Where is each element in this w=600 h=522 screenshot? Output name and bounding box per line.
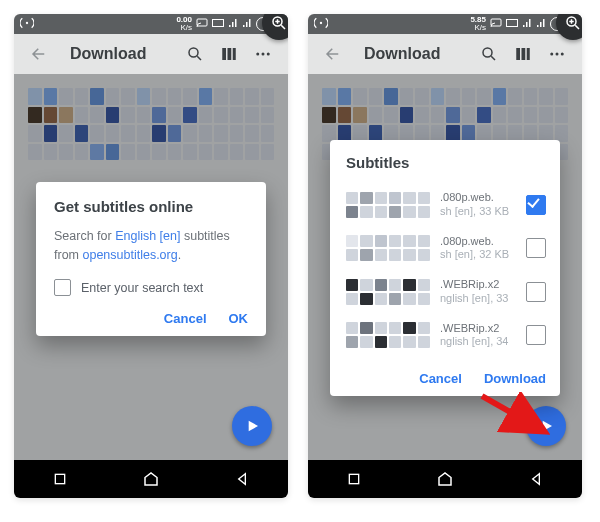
play-fab[interactable]	[526, 406, 566, 446]
svg-rect-4	[222, 48, 226, 60]
search-icon[interactable]	[184, 43, 206, 65]
svg-point-12	[320, 22, 322, 24]
hd-icon	[212, 18, 224, 30]
android-navbar	[14, 460, 288, 498]
dialog-body: Search for English [en] subtitles from o…	[54, 227, 248, 265]
svg-point-3	[189, 48, 198, 57]
net-speed: 0.00 K/s	[176, 16, 192, 32]
subtitle-checkbox[interactable]	[526, 282, 546, 302]
subtitle-item[interactable]: .WEBRip.x2 nglish [en], 34	[346, 314, 546, 358]
svg-rect-16	[516, 48, 520, 60]
ok-button[interactable]: OK	[229, 311, 249, 326]
dialog-subtitles: Subtitles .080p.web. sh [en], 33 KB	[330, 140, 560, 396]
subtitle-info: nglish [en], 33	[440, 292, 516, 306]
stage: 0.00 K/s 81 Download	[0, 0, 600, 522]
cast-icon	[490, 18, 502, 30]
svg-point-0	[26, 22, 28, 24]
svg-rect-10	[55, 474, 64, 483]
nav-recent[interactable]	[30, 467, 90, 491]
svg-rect-1	[197, 19, 207, 26]
dialog-title: Get subtitles online	[54, 198, 248, 215]
subtitle-preview	[346, 279, 430, 305]
download-button[interactable]: Download	[484, 371, 546, 386]
subtitle-list: .080p.web. sh [en], 33 KB .080p.web. sh …	[346, 183, 546, 357]
columns-icon[interactable]	[512, 43, 534, 65]
subtitle-checkbox[interactable]	[526, 325, 546, 345]
subtitle-name: .WEBRip.x2	[440, 278, 516, 292]
broadcast-icon	[20, 17, 34, 31]
svg-rect-22	[349, 474, 358, 483]
status-bar: 5.85 K/s 81	[308, 14, 582, 34]
signal-icon	[242, 18, 252, 30]
subtitle-preview	[346, 192, 430, 218]
subtitle-info: sh [en], 33 KB	[440, 205, 516, 219]
subtitle-name: .080p.web.	[440, 235, 516, 249]
nav-home[interactable]	[415, 467, 475, 491]
dialog-title: Subtitles	[346, 154, 546, 171]
subtitle-name: .080p.web.	[440, 191, 516, 205]
subtitle-preview	[346, 235, 430, 261]
svg-point-19	[550, 53, 553, 56]
app-header: Download	[14, 34, 288, 74]
subtitle-preview	[346, 322, 430, 348]
svg-rect-17	[522, 48, 526, 60]
subtitle-item[interactable]: .080p.web. sh [en], 32 KB	[346, 227, 546, 271]
subtitle-item[interactable]: .080p.web. sh [en], 33 KB	[346, 183, 546, 227]
svg-rect-14	[507, 20, 518, 27]
screenshot-right: 5.85 K/s 81 Download	[308, 14, 582, 498]
screenshot-left: 0.00 K/s 81 Download	[14, 14, 288, 498]
nav-home[interactable]	[121, 467, 181, 491]
subtitle-info: sh [en], 32 KB	[440, 248, 516, 262]
signal-icon	[536, 18, 546, 30]
more-icon[interactable]	[546, 43, 568, 65]
svg-point-15	[483, 48, 492, 57]
app-header: Download	[308, 34, 582, 74]
search-checkbox[interactable]	[54, 279, 71, 296]
signal-icon	[228, 18, 238, 30]
page-title: Download	[364, 45, 472, 63]
cancel-button[interactable]: Cancel	[164, 311, 207, 326]
svg-point-21	[561, 53, 564, 56]
svg-rect-5	[228, 48, 232, 60]
dialog-get-subtitles: Get subtitles online Search for English …	[36, 182, 266, 336]
subtitle-checkbox[interactable]	[526, 238, 546, 258]
broadcast-icon	[314, 17, 328, 31]
svg-point-9	[267, 53, 270, 56]
more-icon[interactable]	[252, 43, 274, 65]
source-link[interactable]: opensubtitles.org	[82, 248, 177, 262]
svg-rect-2	[213, 20, 224, 27]
search-input[interactable]: Enter your search text	[81, 279, 203, 298]
subtitle-name: .WEBRip.x2	[440, 322, 516, 336]
svg-point-7	[256, 53, 259, 56]
hd-icon	[506, 18, 518, 30]
svg-rect-13	[491, 19, 501, 26]
svg-point-20	[556, 53, 559, 56]
play-fab[interactable]	[232, 406, 272, 446]
signal-icon	[522, 18, 532, 30]
status-bar: 0.00 K/s 81	[14, 14, 288, 34]
svg-rect-18	[527, 48, 530, 60]
cast-icon	[196, 18, 208, 30]
search-icon[interactable]	[478, 43, 500, 65]
net-speed: 5.85 K/s	[470, 16, 486, 32]
back-icon[interactable]	[322, 43, 344, 65]
language-link[interactable]: English [en]	[115, 229, 180, 243]
columns-icon[interactable]	[218, 43, 240, 65]
subtitle-item[interactable]: .WEBRip.x2 nglish [en], 33	[346, 270, 546, 314]
cancel-button[interactable]: Cancel	[419, 371, 462, 386]
subtitle-checkbox[interactable]	[526, 195, 546, 215]
android-navbar	[308, 460, 582, 498]
svg-point-8	[262, 53, 265, 56]
page-title: Download	[70, 45, 178, 63]
nav-recent[interactable]	[324, 467, 384, 491]
subtitle-info: nglish [en], 34	[440, 335, 516, 349]
nav-back[interactable]	[212, 467, 272, 491]
nav-back[interactable]	[506, 467, 566, 491]
svg-rect-6	[233, 48, 236, 60]
back-icon[interactable]	[28, 43, 50, 65]
